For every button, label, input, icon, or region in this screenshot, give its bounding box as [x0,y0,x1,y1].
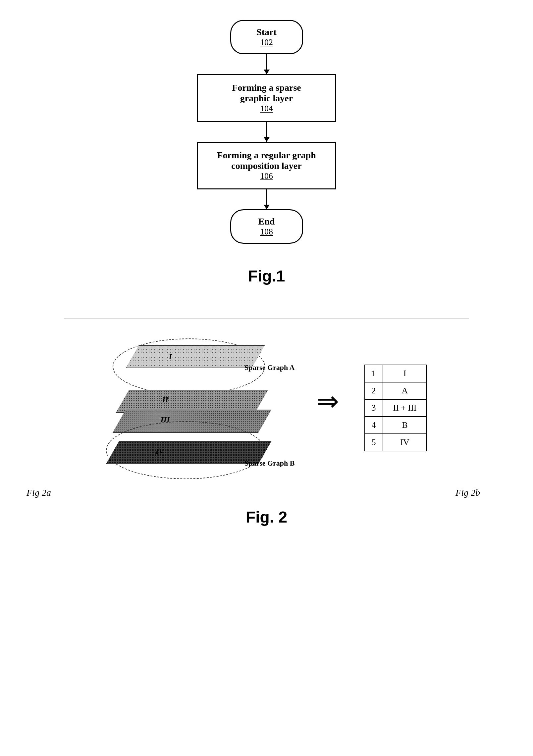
fig2-main-row: I II III IV Sparse Graph A Sparse Graph … [13,338,520,478]
fig2-arrow: ⇒ [311,388,345,415]
step2-node: Forming a regular graphcomposition layer… [197,142,336,189]
figure2-section: I II III IV Sparse Graph A Sparse Graph … [13,338,520,526]
table-cell-val: I [383,365,427,382]
table-cell-val: IV [383,434,427,451]
table-cell-num: 4 [365,417,383,434]
fig2b-table: 1 I 2 A 3 II + III 4 B [364,365,427,451]
arrow-1 [266,54,267,74]
layer-IV-label: IV [156,447,164,456]
fig2a-diagram: I II III IV Sparse Graph A Sparse Graph … [106,338,292,478]
fig1-caption: Fig.1 [248,267,285,285]
section-divider [64,318,469,319]
table-cell-num: 2 [365,382,383,399]
layer-I-label: I [169,352,172,361]
end-label: End [238,216,295,227]
fig2-subcaptions: Fig 2a Fig 2b [13,487,520,498]
table-cell-val: II + III [383,399,427,417]
table-row: 2 A [365,382,427,399]
layer-I [126,345,265,368]
table-cell-num: 5 [365,434,383,451]
start-number: 102 [238,37,295,47]
fig2b-table-section: 1 I 2 A 3 II + III 4 B [364,365,427,451]
arrow-2 [266,122,267,142]
figure1-section: Start 102 Forming a sparsegraphic layer … [13,20,520,285]
fig2-caption: Fig. 2 [246,508,287,526]
step1-number: 104 [205,104,329,114]
table-cell-num: 3 [365,399,383,417]
flowchart: Start 102 Forming a sparsegraphic layer … [197,20,336,244]
start-label: Start [238,27,295,37]
layer-II-label: II [162,395,169,404]
sparse-graph-a-label: Sparse Graph A [244,363,295,372]
table-row: 5 IV [365,434,427,451]
step1-label: Forming a sparsegraphic layer [205,82,329,104]
end-node: End 108 [230,209,303,244]
start-node: Start 102 [230,20,303,54]
layer-II [116,390,268,413]
layer-III [113,410,272,433]
table-row: 4 B [365,417,427,434]
table-cell-val: B [383,417,427,434]
table-cell-val: A [383,382,427,399]
table-cell-num: 1 [365,365,383,382]
sparse-graph-b-label: Sparse Graph B [244,459,295,468]
layers-diagram: I II III IV Sparse Graph A Sparse Graph … [106,338,292,478]
table-row: 1 I [365,365,427,382]
step2-number: 106 [205,171,329,181]
end-number: 108 [238,227,295,237]
step1-node: Forming a sparsegraphic layer 104 [197,74,336,122]
fig2b-caption: Fig 2b [455,487,480,498]
fig2a-caption: Fig 2a [27,487,51,498]
arrow-3 [266,189,267,209]
table-row: 3 II + III [365,399,427,417]
step2-label: Forming a regular graphcomposition layer [205,150,329,171]
layer-III-label: III [161,415,170,424]
